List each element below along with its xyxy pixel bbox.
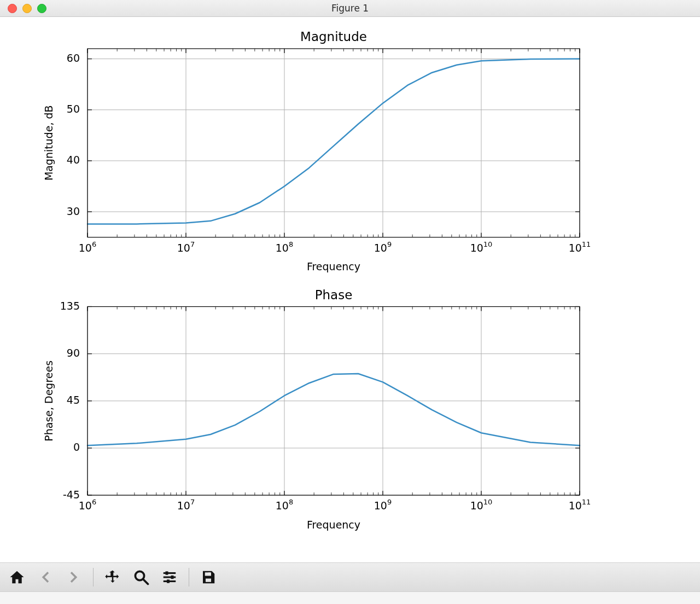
svg-text:Frequency: Frequency — [307, 260, 360, 272]
save-icon — [200, 569, 217, 585]
svg-text:Magnitude: Magnitude — [300, 30, 367, 44]
svg-text:1010: 1010 — [470, 498, 493, 512]
svg-text:1011: 1011 — [569, 240, 591, 254]
svg-text:30: 30 — [67, 205, 80, 217]
svg-text:135: 135 — [60, 300, 80, 312]
arrow-right-icon — [66, 569, 82, 585]
svg-text:0: 0 — [73, 441, 80, 453]
zoom-icon — [133, 569, 149, 585]
svg-rect-260 — [208, 572, 210, 575]
mpl-toolbar — [0, 562, 700, 591]
pan-button[interactable] — [103, 568, 122, 586]
svg-text:Phase, Degrees: Phase, Degrees — [42, 361, 54, 442]
svg-text:107: 107 — [177, 240, 195, 254]
home-icon — [9, 569, 25, 585]
back-button[interactable] — [36, 568, 55, 586]
svg-text:108: 108 — [276, 498, 293, 512]
svg-rect-258 — [171, 576, 174, 579]
svg-text:107: 107 — [177, 498, 195, 512]
svg-text:1010: 1010 — [470, 240, 493, 254]
svg-rect-110 — [88, 49, 580, 237]
zoom-window-button[interactable] — [37, 4, 46, 13]
window-title: Figure 1 — [0, 3, 700, 14]
statusbar — [0, 591, 700, 604]
sliders-icon — [161, 569, 178, 585]
figure-canvas[interactable]: 1061071081091010101130405060FrequencyMag… — [0, 17, 700, 562]
svg-text:Magnitude, dB: Magnitude, dB — [42, 105, 54, 181]
arrow-left-icon — [37, 569, 54, 585]
svg-text:40: 40 — [67, 154, 80, 166]
svg-text:Frequency: Frequency — [307, 519, 360, 531]
svg-rect-257 — [166, 571, 168, 574]
svg-text:-45: -45 — [63, 489, 80, 501]
configure-subplots-button[interactable] — [160, 568, 179, 586]
svg-text:Phase: Phase — [315, 288, 353, 302]
svg-rect-259 — [167, 579, 170, 583]
move-icon — [104, 569, 121, 585]
svg-text:108: 108 — [276, 240, 293, 254]
traffic-lights — [8, 4, 46, 13]
toolbar-separator — [189, 568, 189, 586]
svg-line-253 — [143, 579, 148, 584]
forward-button[interactable] — [65, 568, 83, 586]
zoom-button[interactable] — [132, 568, 150, 586]
home-button[interactable] — [8, 568, 26, 586]
svg-text:1011: 1011 — [569, 498, 591, 512]
svg-text:90: 90 — [67, 347, 80, 359]
svg-text:109: 109 — [374, 498, 392, 512]
svg-text:45: 45 — [67, 394, 80, 406]
minimize-window-button[interactable] — [22, 4, 32, 13]
svg-text:106: 106 — [79, 498, 96, 512]
svg-text:106: 106 — [79, 240, 96, 254]
svg-text:109: 109 — [374, 240, 392, 254]
close-window-button[interactable] — [8, 4, 17, 13]
save-button[interactable] — [199, 568, 218, 586]
titlebar: Figure 1 — [0, 0, 700, 17]
svg-text:60: 60 — [67, 52, 80, 64]
svg-text:50: 50 — [67, 103, 80, 115]
toolbar-separator — [93, 568, 94, 586]
figure-window: Figure 1 1061071081091010101130405060Fre… — [0, 0, 700, 604]
